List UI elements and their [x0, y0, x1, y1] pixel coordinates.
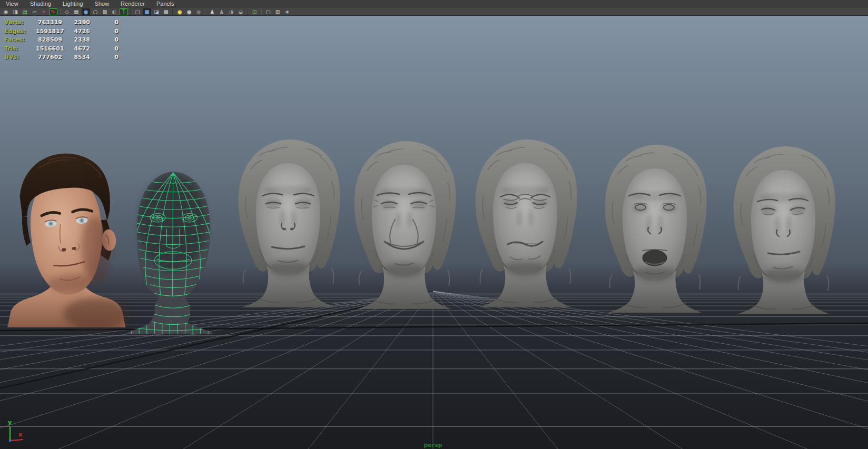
hud-component: 0 — [90, 36, 119, 45]
menu-item[interactable]: Lighting — [57, 0, 89, 8]
y-axis-label: y — [8, 419, 12, 426]
z-axis-dot — [9, 440, 11, 442]
share-view-icon[interactable]: ∗ — [283, 8, 291, 15]
grease-pencil-icon[interactable]: ✎ — [49, 8, 57, 15]
dof-icon[interactable]: ◒ — [236, 8, 245, 15]
wireframe-cube-icon[interactable]: ▢ — [133, 8, 142, 15]
hud-label: Verts: — [4, 18, 36, 27]
camera-attributes-icon[interactable]: ◨ — [11, 8, 19, 15]
toolbar-separator — [172, 9, 173, 15]
hud-component: 0 — [90, 53, 119, 62]
hud-label: Tris: — [4, 45, 36, 54]
hud-label: Faces: — [4, 36, 36, 45]
toolbar-separator — [60, 9, 61, 15]
frame-overlay-icon[interactable]: ⊞ — [273, 8, 282, 15]
hud-selected: 8534 — [62, 53, 90, 62]
select-camera-icon[interactable]: ◉ — [2, 8, 10, 15]
textured-mode-icon[interactable]: T — [120, 8, 128, 15]
shaded-cube-icon[interactable]: ■ — [143, 8, 151, 15]
camera-name-label: persp — [401, 442, 465, 448]
poly-count-hud: Verts: 763319 2390 0 Edges: 1591817 4726… — [4, 18, 119, 62]
toolbar-separator — [247, 9, 248, 15]
hud-row: UVs: 777602 8534 0 — [4, 53, 119, 62]
hud-row: Tris: 1516601 4672 0 — [4, 45, 119, 54]
hud-total: 1516601 — [36, 45, 62, 54]
hud-selected: 2390 — [62, 18, 90, 27]
hud-total: 1591817 — [36, 27, 62, 36]
menu-item[interactable]: Shading — [24, 0, 57, 8]
image-plane-icon[interactable]: ▱ — [30, 8, 38, 15]
viewport-canvas[interactable] — [0, 16, 868, 449]
isolate-select-icon[interactable]: ⊡ — [250, 8, 259, 15]
menu-item[interactable]: View — [0, 0, 24, 8]
smooth-shade-icon[interactable]: ● — [82, 8, 90, 15]
hud-component: 0 — [90, 27, 119, 36]
menu-bar: ViewShadingLightingShowRendererPanels — [0, 0, 868, 8]
menu-item[interactable]: Panels — [151, 0, 180, 8]
pan-zoom-icon[interactable]: ⌖ — [40, 8, 48, 15]
no-lights-icon[interactable]: ● — [194, 8, 203, 15]
default-material-icon[interactable]: ▩ — [162, 8, 170, 15]
two-sided-lighting-icon[interactable]: ◐ — [110, 8, 119, 15]
menu-item[interactable]: Renderer — [115, 0, 151, 8]
shadows-icon[interactable]: ♟ — [208, 8, 216, 15]
hud-row: Verts: 763319 2390 0 — [4, 18, 119, 27]
hud-selected: 2338 — [62, 36, 90, 45]
hud-label: Edges: — [4, 27, 36, 36]
scene-objects-icon[interactable]: ▢ — [264, 8, 272, 15]
hud-row: Faces: 828509 2338 0 — [4, 36, 119, 45]
menu-item[interactable]: Show — [89, 0, 115, 8]
default-lighting-icon[interactable]: ● — [185, 8, 193, 15]
hud-label: UVs: — [4, 53, 36, 62]
hud-component: 0 — [90, 18, 119, 27]
view-axis-gizmo: y x — [3, 418, 28, 446]
wireframe-on-shaded-icon[interactable]: ○ — [91, 8, 100, 15]
textured-cube-icon[interactable]: ◪ — [152, 8, 161, 15]
toolbar-separator — [205, 9, 206, 15]
maya-viewport-window: ViewShadingLightingShowRendererPanels ◉◨… — [0, 0, 868, 449]
x-axis-line — [10, 440, 23, 441]
xray-icon[interactable]: ⊠ — [101, 8, 109, 15]
motion-blur-icon[interactable]: ◑ — [227, 8, 235, 15]
toolbar-separator — [130, 9, 131, 15]
bookmark-icon[interactable]: ▤ — [21, 8, 29, 15]
hud-selected: 4672 — [62, 45, 90, 54]
wireframe-sphere-icon[interactable]: ◇ — [63, 8, 71, 15]
hud-total: 763319 — [36, 18, 62, 27]
hud-row: Edges: 1591817 4726 0 — [4, 27, 119, 36]
perspective-viewport[interactable]: Verts: 763319 2390 0 Edges: 1591817 4726… — [0, 16, 868, 449]
ao-icon[interactable]: ♟ — [218, 8, 226, 15]
hud-component: 0 — [90, 45, 119, 54]
all-lights-icon[interactable]: ● — [175, 8, 184, 15]
panel-toolbar: ◉◨▤▱⌖✎◇▦●○⊠◐T▢■◪▩●●●♟♟◑◒⊡▢⊞∗ — [0, 8, 868, 16]
hud-selected: 4726 — [62, 27, 90, 36]
film-gate-icon[interactable]: ▦ — [72, 8, 81, 15]
hud-total: 777602 — [36, 53, 62, 62]
x-axis-label: x — [18, 431, 22, 438]
toolbar-separator — [261, 9, 262, 15]
hud-total: 828509 — [36, 36, 62, 45]
